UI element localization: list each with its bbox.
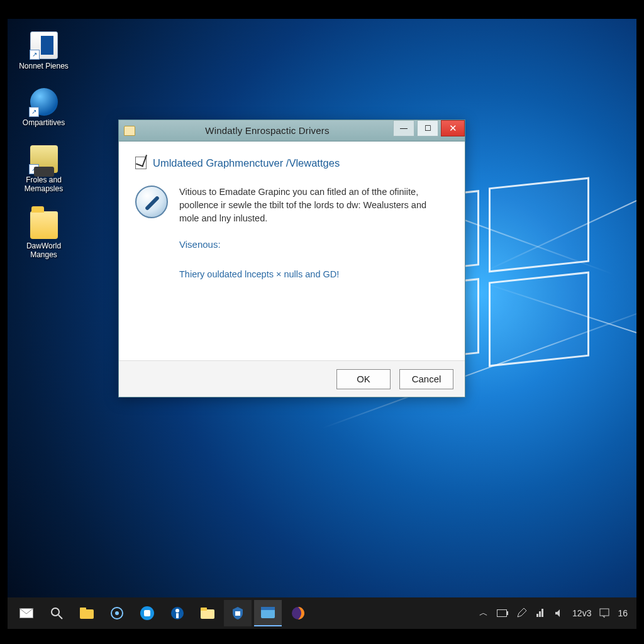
settings-gear-icon (109, 605, 125, 621)
dialog-heading: Umldateed Graphmenctuver /Vlewattges (135, 157, 448, 169)
taskbar-left (13, 600, 312, 626)
window-controls: — ☐ ✕ (393, 120, 465, 136)
printer-icon: ↗ (30, 145, 58, 173)
svg-rect-11 (176, 613, 179, 618)
shield-app-icon (230, 605, 246, 621)
search-icon (48, 605, 65, 621)
assistant-icon (169, 605, 186, 621)
taskbar-firefox[interactable] (284, 600, 312, 626)
taskbar-active-app[interactable] (254, 600, 282, 626)
svg-rect-3 (80, 609, 94, 619)
folder-app-icon (79, 605, 95, 621)
maximize-button[interactable]: ☐ (417, 120, 438, 136)
svg-rect-20 (600, 609, 609, 616)
svg-point-6 (115, 611, 119, 615)
svg-point-1 (52, 608, 59, 616)
dialog-titlebar[interactable]: Windatly Enrospactic Drivers — ☐ ✕ (119, 120, 465, 142)
desktop-icon-label: Ompartitives (14, 118, 74, 127)
dialog-heading-text: Umldateed Graphmenctuver /Vlewattges (153, 157, 340, 169)
dialog-footer: OK Cancel (119, 360, 465, 397)
taskbar-app-3[interactable] (133, 600, 161, 626)
tray-volume-icon[interactable] (553, 608, 565, 619)
svg-rect-18 (497, 610, 507, 617)
dialog-window: Windatly Enrospactic Drivers — ☐ ✕ Umlda… (118, 119, 465, 397)
dialog-body: Umldateed Graphmenctuver /Vlewattges Vit… (119, 142, 465, 360)
taskbar-search[interactable] (43, 600, 70, 626)
close-button[interactable]: ✕ (441, 120, 465, 136)
compass-icon (135, 186, 168, 218)
svg-rect-4 (80, 608, 86, 611)
desktop-icon-label: Nonnet Pienes (14, 62, 74, 70)
dialog-detail-text: Thiery ouldated lncepts × nulls and GD! (179, 268, 448, 281)
tray-battery-icon[interactable] (497, 608, 508, 619)
system-tray: ︿ 12v3 16 (478, 608, 631, 619)
taskbar-app-4[interactable] (164, 600, 191, 626)
shortcut-badge-icon: ↗ (29, 164, 39, 174)
desktop-icon-dawworld[interactable]: DawWorld Manges (14, 211, 74, 260)
desktop-icon-label: DawWorld Manges (14, 242, 74, 260)
tray-network-icon[interactable] (535, 608, 546, 619)
tray-notifications-icon[interactable] (599, 608, 610, 619)
dialog-body-text: Vitious to Emadate Grapinc you can fitle… (179, 186, 448, 225)
desktop-icon-ompartitives[interactable]: ↗ Ompartitives (14, 88, 74, 127)
svg-point-10 (175, 609, 179, 613)
store-icon (139, 605, 155, 621)
shortcut-badge-icon: ↗ (30, 50, 40, 60)
taskbar-mail[interactable] (13, 600, 40, 626)
document-icon: ↗ (30, 31, 58, 59)
taskbar-app-1[interactable] (73, 600, 101, 626)
taskbar-app-2[interactable] (103, 600, 131, 626)
svg-rect-13 (201, 608, 207, 611)
file-explorer-icon (199, 605, 216, 621)
desktop-screen: ↗ Nonnet Pienes ↗ Ompartitives ↗ Froles … (8, 19, 636, 629)
dialog-text: Vitious to Emadate Grapinc you can fitle… (179, 186, 448, 294)
tray-pen-icon[interactable] (516, 608, 527, 619)
taskbar: ︿ 12v3 16 (8, 597, 636, 629)
globe-icon: ↗ (30, 88, 58, 116)
cancel-button[interactable]: Cancel (399, 369, 453, 389)
dialog-title: Windatly Enrospactic Drivers (142, 125, 393, 136)
app-folder-icon (124, 126, 135, 136)
checkbox-icon (135, 157, 147, 169)
desktop-icon-label: Froles and Memapsles (14, 175, 74, 194)
folder-icon (30, 211, 58, 239)
tray-clock[interactable]: 12v3 (572, 608, 591, 618)
tray-chevron-up-icon[interactable]: ︿ (478, 608, 489, 619)
mail-icon (18, 605, 35, 621)
shortcut-badge-icon: ↗ (29, 107, 39, 117)
desktop-icon-list: ↗ Nonnet Pienes ↗ Ompartitives ↗ Froles … (14, 31, 83, 277)
desktop-icon-froles[interactable]: ↗ Froles and Memapsles (14, 145, 74, 194)
window-app-icon (260, 604, 276, 621)
svg-rect-8 (144, 610, 150, 616)
svg-rect-12 (201, 609, 214, 619)
svg-line-2 (58, 615, 62, 619)
tray-extra-label: 16 (618, 608, 628, 618)
svg-rect-14 (235, 611, 240, 616)
ok-button[interactable]: OK (336, 369, 391, 389)
taskbar-app-5[interactable] (224, 600, 252, 626)
firefox-icon (290, 605, 306, 621)
dialog-content: Vitious to Emadate Grapinc you can fitle… (135, 186, 448, 294)
svg-rect-16 (261, 607, 275, 610)
minimize-button[interactable]: — (393, 120, 414, 136)
dialog-subheading: Visenous: (179, 238, 448, 252)
svg-rect-19 (507, 611, 508, 615)
taskbar-explorer[interactable] (194, 600, 221, 626)
desktop-icon-nonnet[interactable]: ↗ Nonnet Pienes (14, 31, 74, 70)
